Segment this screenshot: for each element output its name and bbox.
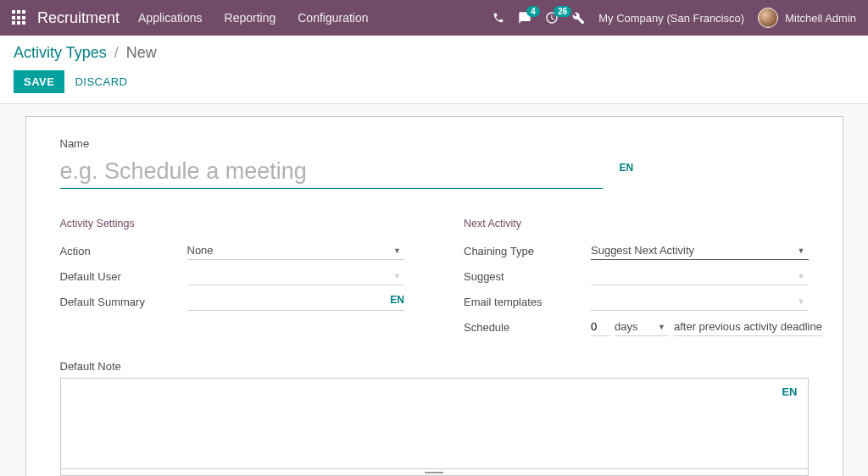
label-email-templates: Email templates [464, 296, 591, 308]
breadcrumb-current: New [126, 44, 157, 61]
schedule-basis-select[interactable]: after previous activity deadline [674, 318, 822, 336]
save-button[interactable]: SAVE [14, 70, 64, 93]
nav-menu-reporting[interactable]: Reporting [225, 11, 276, 25]
default-user-select[interactable] [187, 267, 405, 285]
resize-handle-icon[interactable] [60, 469, 809, 476]
label-chaining-type: Chaining Type [464, 245, 591, 257]
messages-icon[interactable]: 4 [518, 11, 531, 25]
section-activity-settings: Activity Settings [60, 218, 405, 230]
nav-menu-configuration[interactable]: Configuration [298, 11, 368, 25]
company-selector[interactable]: My Company (San Francisco) [598, 12, 744, 25]
name-input[interactable] [60, 153, 603, 189]
nav-menu-applications[interactable]: Applications [138, 11, 203, 25]
form-container: Name EN Activity Settings Action None ▼ … [0, 104, 868, 476]
breadcrumb: Activity Types / New [14, 44, 854, 62]
label-action: Action [60, 245, 187, 257]
nav-right: 4 26 My Company (San Francisco) Mitchell… [492, 8, 856, 28]
breadcrumb-parent[interactable]: Activity Types [14, 44, 107, 61]
default-note-lang-button[interactable]: EN [782, 385, 797, 398]
label-suggest: Suggest [464, 270, 591, 283]
col-next-activity: Next Activity Chaining Type Suggest Next… [464, 218, 809, 341]
discard-button[interactable]: DISCARD [75, 75, 127, 88]
label-default-summary: Default Summary [60, 296, 187, 308]
name-label: Name [60, 137, 809, 150]
nav-menu: Applications Reporting Configuration [138, 11, 368, 25]
section-next-activity: Next Activity [464, 218, 809, 230]
col-activity-settings: Activity Settings Action None ▼ Default … [60, 218, 405, 341]
breadcrumb-sep: / [114, 44, 119, 61]
label-schedule: Schedule [464, 321, 591, 334]
name-lang-button[interactable]: EN [620, 162, 634, 174]
suggest-select[interactable] [591, 267, 809, 285]
messages-badge: 4 [526, 6, 540, 17]
chaining-type-select[interactable]: Suggest Next Activity [591, 241, 809, 260]
action-select[interactable]: None [187, 241, 405, 260]
schedule-number-input[interactable] [591, 318, 609, 336]
apps-icon[interactable] [12, 10, 27, 25]
cp-buttons: SAVE DISCARD [14, 70, 854, 93]
email-templates-select[interactable] [591, 292, 809, 311]
app-brand[interactable]: Recruitment [37, 9, 120, 27]
avatar [758, 8, 778, 28]
control-panel: Activity Types / New SAVE DISCARD [0, 36, 868, 104]
form-sheet: Name EN Activity Settings Action None ▼ … [25, 116, 843, 476]
default-summary-input[interactable] [187, 292, 405, 311]
user-menu[interactable]: Mitchell Admin [758, 8, 856, 28]
debug-icon[interactable] [572, 12, 585, 25]
phone-icon[interactable] [492, 12, 504, 24]
schedule-unit-select[interactable]: days [615, 318, 669, 336]
activities-icon[interactable]: 26 [545, 11, 559, 25]
navbar: Recruitment Applications Reporting Confi… [0, 0, 868, 36]
default-note-editor[interactable]: EN [60, 378, 809, 469]
default-summary-lang-button[interactable]: EN [390, 294, 404, 306]
activities-badge: 26 [554, 6, 571, 17]
label-default-note: Default Note [60, 360, 809, 373]
user-name: Mitchell Admin [785, 12, 856, 25]
label-default-user: Default User [60, 270, 187, 283]
